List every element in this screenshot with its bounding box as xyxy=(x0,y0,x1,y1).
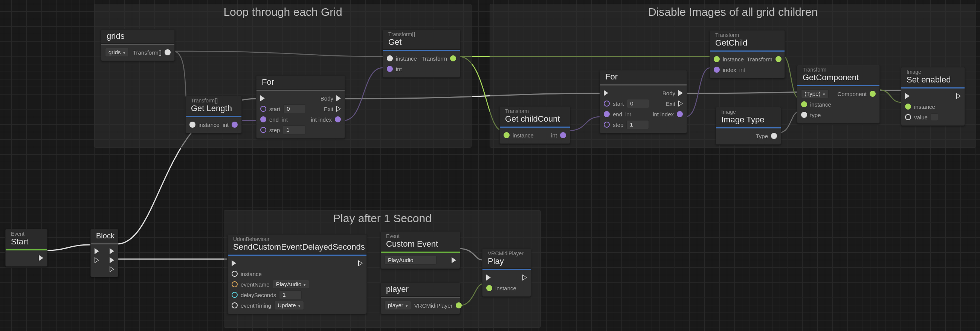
port-block-flow-in-2[interactable] xyxy=(94,257,99,263)
node-for1[interactable]: For Body start 0 Exit end xyxy=(256,75,345,138)
ce-name-field[interactable]: PlayAudio xyxy=(385,256,436,265)
grids-dropdown[interactable]: grids xyxy=(105,48,129,57)
port-start-flow-out[interactable] xyxy=(39,255,43,261)
gcc-subtype: Transform xyxy=(505,108,565,114)
for1-end-lbl: end xyxy=(269,116,279,123)
for2-exit-out[interactable] xyxy=(678,100,683,107)
node-getchildcount[interactable]: Transform Get childCount instance int xyxy=(500,106,570,144)
for2-step-port[interactable] xyxy=(604,122,610,128)
get-instance-port[interactable] xyxy=(387,55,393,61)
gcc-instance-port[interactable] xyxy=(504,132,509,138)
sce-delay-field[interactable]: 1 xyxy=(279,290,302,299)
node-sendcustom[interactable]: UdonBehaviour SendCustomEventDelayedSeco… xyxy=(228,234,367,314)
player-dropdown[interactable]: player xyxy=(385,301,411,310)
ce-subtype: Event xyxy=(386,233,455,239)
getcomp-instance-port[interactable] xyxy=(801,101,807,107)
node-customevent[interactable]: Event Custom Event PlayAudio xyxy=(380,231,460,269)
play-flow-out[interactable] xyxy=(522,275,527,280)
imgtype-out-port[interactable] xyxy=(771,133,777,139)
for2-end-lbl: end xyxy=(613,111,622,118)
for2-body-out[interactable] xyxy=(678,90,683,96)
player-title: player xyxy=(386,284,455,294)
get-out-port[interactable] xyxy=(450,55,456,61)
play-instance-port[interactable] xyxy=(486,285,492,291)
sce-instance-port[interactable] xyxy=(232,271,238,277)
ce-flow-out[interactable] xyxy=(452,257,456,263)
getcomp-type-port[interactable] xyxy=(801,112,807,118)
for2-intidx-port[interactable] xyxy=(677,111,683,117)
node-for2[interactable]: For Body start 0 Exit end xyxy=(600,70,687,133)
node-start[interactable]: Event Start xyxy=(5,229,48,267)
get-subtype: Transform[] xyxy=(388,31,455,37)
getlength-instance-lbl: instance xyxy=(199,122,220,128)
for1-end-port[interactable] xyxy=(260,116,266,123)
node-block[interactable]: Block xyxy=(91,229,118,277)
node-getcomponent[interactable]: Transform GetComponent (Type) Component … xyxy=(797,65,880,124)
sce-eventname-port[interactable] xyxy=(232,281,238,287)
sce-timing-field[interactable]: Update xyxy=(274,301,304,310)
port-block-flow-out-1[interactable] xyxy=(110,248,114,254)
node-grids[interactable]: grids grids Transform[] xyxy=(101,29,175,61)
node-play[interactable]: VRCMidiPlayer Play instance xyxy=(482,248,531,297)
get-title: Get xyxy=(388,37,455,47)
node-getchild[interactable]: Transform GetChild instance Transform in… xyxy=(710,30,785,78)
port-getlength-instance[interactable] xyxy=(189,122,196,128)
sce-timing-port[interactable] xyxy=(232,302,238,309)
get-int-port[interactable] xyxy=(387,66,393,72)
sce-eventname-field[interactable]: PlayAudio xyxy=(273,280,310,289)
for2-step-field[interactable]: 1 xyxy=(626,120,649,129)
sce-flow-out[interactable] xyxy=(358,260,363,266)
getchild-instance-port[interactable] xyxy=(714,56,720,62)
sce-flow-in[interactable] xyxy=(232,260,236,266)
for1-step-field[interactable]: 1 xyxy=(283,126,305,134)
node-imagetype[interactable]: Image Image Type Type xyxy=(716,107,781,145)
getchild-subtype: Transform xyxy=(715,32,779,38)
gcc-int-port[interactable] xyxy=(560,132,566,138)
for2-end-port[interactable] xyxy=(604,111,610,117)
node-setenabled[interactable]: Image Set enabled instance value xyxy=(901,67,965,126)
getcomp-out-port[interactable] xyxy=(870,91,876,97)
imgtype-subtype: Image xyxy=(721,109,775,115)
port-block-flow-out-2[interactable] xyxy=(110,257,114,263)
seten-flow-in[interactable] xyxy=(905,93,910,99)
getchild-out-port[interactable] xyxy=(775,56,781,62)
node-getlength[interactable]: Transform[] Get Length instance int xyxy=(185,95,242,133)
for2-start-lbl: start xyxy=(613,100,624,107)
node-player[interactable]: player player VRCMidiPlayer xyxy=(380,282,460,314)
port-block-flow-out-3[interactable] xyxy=(110,266,114,272)
getcomp-type-dd[interactable]: (Type) xyxy=(801,89,829,98)
play-title: Play xyxy=(488,256,525,266)
for1-start-lbl: start xyxy=(269,106,280,112)
port-block-flow-in[interactable] xyxy=(94,248,99,254)
play-flow-in[interactable] xyxy=(486,275,491,280)
for1-body-out[interactable] xyxy=(336,95,341,101)
for1-body-lbl: Body xyxy=(320,95,333,102)
seten-value-port[interactable] xyxy=(905,114,911,120)
getcomp-out-lbl: Component xyxy=(837,91,867,97)
for2-flow-in[interactable] xyxy=(604,90,608,96)
for2-start-port[interactable] xyxy=(604,100,610,107)
getchild-index-port[interactable] xyxy=(714,67,720,73)
getcomp-instance-lbl: instance xyxy=(810,101,831,108)
seten-instance-port[interactable] xyxy=(905,103,911,110)
port-grids-out[interactable] xyxy=(165,49,170,55)
player-out-port[interactable] xyxy=(456,302,462,309)
port-getlength-int[interactable] xyxy=(232,122,238,128)
getchild-title: GetChild xyxy=(715,38,779,48)
for1-start-port[interactable] xyxy=(260,106,266,112)
for2-body-lbl: Body xyxy=(662,90,675,96)
seten-flow-out[interactable] xyxy=(956,93,961,99)
getchild-index-hint: int xyxy=(739,67,745,73)
for1-title: For xyxy=(262,77,339,87)
node-block-title: Block xyxy=(96,231,113,240)
for2-start-field[interactable]: 0 xyxy=(627,99,649,108)
for1-start-field[interactable]: 0 xyxy=(283,104,306,113)
node-get[interactable]: Transform[] Get instance Transform int xyxy=(383,29,460,78)
sce-delay-port[interactable] xyxy=(232,292,238,298)
for1-step-port[interactable] xyxy=(260,127,266,133)
for1-intidx-out[interactable] xyxy=(335,116,341,123)
seten-value-checkbox[interactable] xyxy=(931,113,938,121)
for1-flow-in[interactable] xyxy=(260,95,265,101)
sce-instance-lbl: instance xyxy=(241,271,262,277)
for1-exit-out[interactable] xyxy=(336,106,341,112)
